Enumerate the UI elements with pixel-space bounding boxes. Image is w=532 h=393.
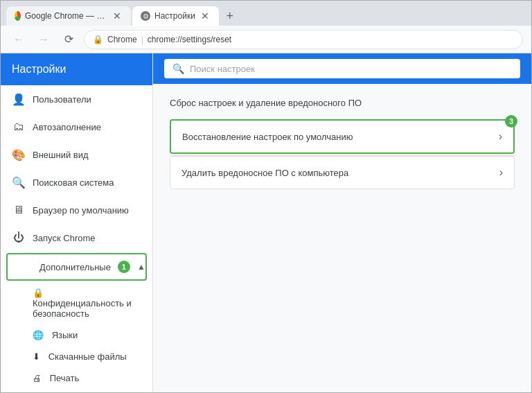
content-body: Сброс настроек и удаление вредоносного П… bbox=[153, 84, 531, 204]
address-brand: Chrome bbox=[107, 35, 137, 44]
users-icon: 👤 bbox=[12, 92, 26, 106]
search-placeholder: Поиск настроек bbox=[190, 64, 255, 74]
tab-settings[interactable]: ⚙ Настройки ✕ bbox=[132, 6, 219, 26]
sidebar-item-languages[interactable]: 🌐 Языки bbox=[1, 324, 152, 346]
address-lock-icon: 🔒 bbox=[93, 35, 103, 44]
option-restore-defaults[interactable]: Восстановление настроек по умолчанию 3 › bbox=[170, 119, 515, 154]
sidebar-item-languages-label: Языки bbox=[52, 330, 78, 340]
sidebar-item-privacy-label: Конфиденциальность и безопасность bbox=[33, 298, 132, 319]
autofill-icon: 🗂 bbox=[12, 120, 26, 134]
settings-tab-favicon: ⚙ bbox=[141, 11, 150, 21]
address-bar[interactable]: 🔒 Chrome | chrome://settings/reset bbox=[84, 30, 523, 49]
advanced-badge: 1 bbox=[118, 261, 130, 273]
sidebar-advanced-section[interactable]: Дополнительные 1 ▲ bbox=[6, 253, 147, 281]
sidebar-item-default-browser-label: Браузер по умолчанию bbox=[33, 205, 129, 216]
sidebar-title: Настройки bbox=[12, 63, 66, 75]
downloads-icon: ⬇ bbox=[33, 351, 40, 362]
tab-settings-close[interactable]: ✕ bbox=[200, 9, 211, 23]
refresh-button[interactable]: ⟳ bbox=[59, 30, 78, 49]
sidebar-item-appearance-label: Внешний вид bbox=[33, 150, 89, 160]
tab-google-chrome-title: Google Chrome — скачать бесп... bbox=[25, 11, 107, 21]
forward-button: → bbox=[34, 30, 53, 49]
sidebar-item-startup-label: Запуск Chrome bbox=[33, 233, 96, 243]
default-browser-icon: 🖥 bbox=[12, 203, 26, 217]
sidebar-item-accessibility[interactable]: ♿ Специальные возможности bbox=[1, 389, 152, 392]
print-icon: 🖨 bbox=[33, 373, 42, 383]
sidebar-item-search[interactable]: 🔍 Поисковая система bbox=[1, 168, 152, 196]
option-remove-malware-text: Удалить вредоносное ПО с компьютера bbox=[181, 168, 348, 178]
section-title: Сброс настроек и удаление вредоносного П… bbox=[170, 98, 515, 108]
startup-icon: ⏻ bbox=[12, 231, 26, 245]
tab-google-chrome[interactable]: Google Chrome — скачать бесп... ✕ bbox=[6, 6, 131, 26]
sidebar-item-downloads[interactable]: ⬇ Скачанные файлы bbox=[1, 346, 152, 367]
chrome-tab-favicon bbox=[15, 11, 21, 21]
search-sidebar-icon: 🔍 bbox=[12, 175, 26, 189]
back-button: ← bbox=[9, 30, 28, 49]
sidebar-item-privacy[interactable]: 🔒 Конфиденциальность и безопасность bbox=[1, 282, 152, 324]
advanced-chevron-icon: ▲ bbox=[137, 262, 145, 272]
tab-settings-title: Настройки bbox=[154, 11, 195, 21]
tab-bar: Google Chrome — скачать бесп... ✕ ⚙ Наст… bbox=[1, 1, 531, 26]
content-area: 🔍 Поиск настроек Сброс настроек и удален… bbox=[153, 53, 531, 392]
nav-bar: ← → ⟳ 🔒 Chrome | chrome://settings/reset bbox=[1, 26, 531, 53]
sidebar-header: Настройки bbox=[1, 53, 152, 85]
sidebar-item-startup[interactable]: ⏻ Запуск Chrome bbox=[1, 224, 152, 252]
search-input[interactable]: 🔍 Поиск настроек bbox=[164, 59, 520, 78]
search-bar: 🔍 Поиск настроек bbox=[153, 53, 531, 84]
new-tab-button[interactable]: + bbox=[220, 6, 240, 26]
sidebar-item-users[interactable]: 👤 Пользователи bbox=[1, 85, 152, 113]
sidebar-item-print[interactable]: 🖨 Печать bbox=[1, 367, 152, 389]
option-remove-malware[interactable]: Удалить вредоносное ПО с компьютера › bbox=[170, 156, 515, 189]
sidebar-item-print-label: Печать bbox=[50, 373, 80, 383]
browser-frame: Google Chrome — скачать бесп... ✕ ⚙ Наст… bbox=[0, 0, 532, 393]
sidebar-item-appearance[interactable]: 🎨 Внешний вид bbox=[1, 141, 152, 168]
restore-defaults-chevron-icon: › bbox=[499, 130, 502, 143]
address-separator: | bbox=[141, 35, 143, 44]
option-restore-defaults-text: Восстановление настроек по умолчанию bbox=[182, 132, 353, 142]
search-icon: 🔍 bbox=[172, 63, 184, 74]
languages-icon: 🌐 bbox=[33, 330, 44, 340]
sidebar-item-autofill[interactable]: 🗂 Автозаполнение bbox=[1, 113, 152, 141]
remove-malware-chevron-icon: › bbox=[499, 166, 503, 179]
privacy-icon: 🔒 bbox=[33, 288, 44, 298]
main-content: Настройки 👤 Пользователи 🗂 Автозаполнени… bbox=[1, 53, 531, 392]
advanced-icon bbox=[19, 260, 33, 274]
sidebar: Настройки 👤 Пользователи 🗂 Автозаполнени… bbox=[1, 53, 153, 392]
tab-google-chrome-close[interactable]: ✕ bbox=[112, 9, 123, 23]
sidebar-item-default-browser[interactable]: 🖥 Браузер по умолчанию bbox=[1, 196, 152, 224]
sidebar-item-search-label: Поисковая система bbox=[33, 177, 114, 188]
appearance-icon: 🎨 bbox=[12, 148, 26, 161]
restore-defaults-badge: 3 bbox=[505, 115, 517, 128]
sidebar-advanced-label: Дополнительные bbox=[39, 262, 111, 272]
sidebar-item-autofill-label: Автозаполнение bbox=[33, 122, 101, 132]
sidebar-item-users-label: Пользователи bbox=[33, 94, 91, 105]
sidebar-item-downloads-label: Скачанные файлы bbox=[48, 351, 127, 362]
address-url: chrome://settings/reset bbox=[148, 35, 231, 44]
